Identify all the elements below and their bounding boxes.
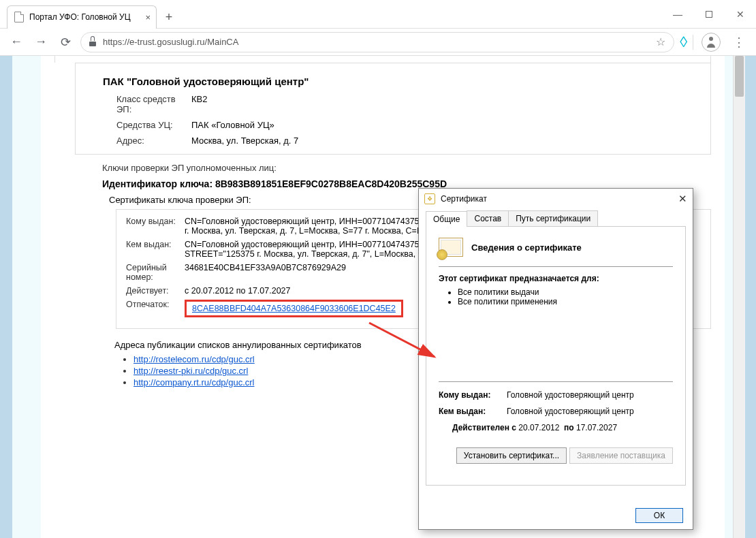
window-maximize-button[interactable] (693, 4, 725, 25)
dialog-tabs: Общие Состав Путь сертификации (426, 210, 686, 227)
cert-fp-highlight: 8CAE88BBFD404A7A53630864F9033606E1DC45E2 (185, 300, 403, 317)
reload-button[interactable]: ⟳ (56, 33, 75, 52)
dialog-close-button[interactable]: ✕ (678, 193, 687, 205)
address-label: Адрес: (116, 136, 191, 146)
certificate-purpose-block: Этот сертификат предназначается для: Все… (439, 274, 673, 306)
lock-icon (89, 38, 96, 46)
window-controls: — ✕ (662, 4, 756, 25)
cert-fp-label: Отпечаток: (126, 300, 185, 317)
url-scheme: https (103, 37, 122, 47)
new-tab-button[interactable]: + (159, 8, 178, 27)
tab-cert-path[interactable]: Путь сертификации (508, 210, 598, 226)
cert-serial-label: Серийный номер: (126, 263, 185, 282)
back-button[interactable]: ← (7, 33, 26, 52)
issued-to-label: Кому выдан: (439, 390, 507, 400)
page-scrollbar[interactable] (733, 56, 745, 538)
tab-general[interactable]: Общие (426, 211, 467, 227)
scrollbar-thumb[interactable] (735, 56, 744, 97)
address-bar[interactable]: https://e-trust.gosuslugi.ru/MainCA ☆ (80, 32, 674, 52)
crl-link[interactable]: http://reestr-pki.ru/cdp/guc.crl (133, 366, 248, 376)
certificate-dialog: ❖ Сертификат ✕ Общие Состав Путь сертифи… (418, 188, 693, 530)
browser-toolbar: ← → ⟳ https://e-trust.gosuslugi.ru/MainC… (0, 29, 756, 56)
valid-from-value: 20.07.2012 (518, 423, 559, 432)
certificate-icon (439, 238, 463, 257)
window-minimize-button[interactable]: — (662, 4, 693, 25)
cert-to-label: Кому выдан: (126, 217, 185, 236)
cert-fp-link[interactable]: 8CAE88BBFD404A7A53630864F9033606E1DC45E2 (192, 304, 396, 313)
drop-extension-icon[interactable]: ◊ (680, 33, 687, 51)
forward-button[interactable]: → (31, 33, 50, 52)
keys-heading: Ключи проверки ЭП уполномоченных лиц: (102, 163, 725, 173)
class-label: Класс средств ЭП: (116, 94, 191, 114)
tab-close-icon[interactable]: × (145, 12, 151, 22)
browser-menu-button[interactable]: ⋮ (729, 35, 749, 50)
profile-avatar-button[interactable] (702, 33, 721, 52)
means-label: Средства УЦ: (116, 120, 191, 130)
window-close-button[interactable]: ✕ (725, 4, 756, 25)
certificate-badge-icon: ❖ (424, 193, 435, 204)
cert-valid-label: Действует: (126, 286, 185, 296)
tab-general-pane: Сведения о сертификате Этот сертификат п… (426, 227, 686, 486)
means-value: ПАК «Головной УЦ» (191, 120, 274, 130)
bookmark-star-icon[interactable]: ☆ (656, 35, 665, 48)
tab-content[interactable]: Состав (467, 210, 509, 226)
issuer-statement-button: Заявление поставщика (569, 447, 673, 464)
browser-titlebar: Портал УФО: Головной УЦ × + — ✕ (0, 0, 756, 29)
browser-tab[interactable]: Портал УФО: Головной УЦ × (7, 5, 157, 29)
dialog-title: Сертификат (441, 194, 487, 204)
right-gutter (745, 56, 756, 538)
crl-link[interactable]: http://company.rt.ru/cdp/guc.crl (133, 377, 255, 387)
tab-title: Портал УФО: Головной УЦ (29, 12, 131, 22)
valid-to-value: 17.07.2027 (576, 423, 617, 432)
issued-by-value: Головной удостоверяющий центр (507, 407, 634, 416)
issued-to-value: Головной удостоверяющий центр (507, 390, 634, 400)
address-value: Москва, ул. Тверская, д. 7 (191, 136, 298, 146)
url-rest: ://e-trust.gosuslugi.ru/MainCA (122, 37, 238, 47)
cert-by-label: Кем выдан: (126, 240, 185, 259)
crl-link[interactable]: http://rostelecom.ru/cdp/guc.crl (133, 354, 255, 364)
certificate-fields: Кому выдан: Головной удостоверяющий цент… (439, 381, 673, 432)
left-gutter (0, 56, 12, 538)
valid-to-label: по (564, 423, 574, 432)
valid-from-label: Действителен с (452, 423, 516, 432)
ca-title: ПАК "Головной удостоверяющий центр" (103, 76, 697, 87)
page-icon (14, 12, 24, 22)
class-value: КВ2 (191, 94, 207, 114)
dialog-titlebar: ❖ Сертификат ✕ (419, 189, 693, 209)
ok-button[interactable]: ОК (635, 508, 683, 523)
cert-info-heading: Сведения о сертификате (471, 242, 582, 253)
left-gutter-2 (12, 56, 33, 538)
ca-summary-card: ПАК "Головной удостоверяющий центр" Клас… (75, 63, 711, 155)
install-certificate-button[interactable]: Установить сертификат... (456, 447, 567, 464)
issued-by-label: Кем выдан: (439, 407, 507, 416)
purpose-heading: Этот сертификат предназначается для: (439, 274, 673, 283)
purpose-item: Все политики выдачи (458, 287, 673, 297)
purpose-item: Все политики применения (458, 297, 673, 306)
